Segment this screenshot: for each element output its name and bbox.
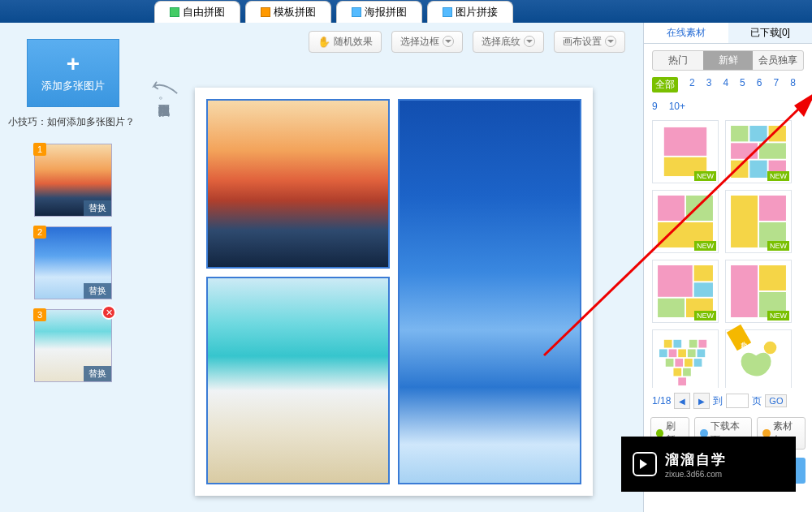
svg-rect-31 [669, 349, 677, 357]
filter-4[interactable]: 4 [723, 77, 728, 93]
go-button[interactable]: GO [765, 394, 787, 407]
svg-rect-8 [759, 143, 786, 158]
chevron-down-icon [524, 36, 535, 47]
random-label: 随机效果 [334, 35, 373, 49]
sub-tabs: 热门 新鲜 会员独享 [652, 50, 804, 71]
template-item[interactable]: NEW [725, 120, 792, 183]
new-badge: NEW [767, 171, 789, 181]
template-item[interactable]: NEW [652, 120, 719, 183]
page-unit-label: 页 [752, 394, 762, 408]
svg-rect-9 [731, 161, 748, 178]
svg-rect-18 [658, 265, 693, 297]
filter-6[interactable]: 6 [757, 77, 762, 93]
thumb-3[interactable]: 3 ✕ 替换 [34, 309, 112, 382]
svg-rect-6 [769, 126, 786, 141]
tab-template[interactable]: 模板拼图 [245, 1, 331, 23]
thumb-1[interactable]: 1 替换 [34, 144, 112, 217]
toolbar: ✋随机效果 选择边框 选择底纹 画布设置 [146, 23, 641, 52]
chevron-down-icon [605, 36, 616, 47]
free-icon [170, 7, 179, 17]
template-item[interactable]: NEW [652, 190, 719, 253]
new-badge: NEW [694, 171, 716, 181]
svg-rect-2 [664, 127, 706, 156]
filter-8[interactable]: 8 [790, 77, 796, 93]
canvas-area: ✋随机效果 选择边框 选择底纹 画布设置 图片可以直接拖到模板中哦。 [146, 23, 641, 512]
svg-rect-39 [673, 368, 681, 376]
drag-hint-text: 图片可以直接拖到模板中哦。 [153, 96, 171, 107]
collage-canvas[interactable] [206, 99, 581, 484]
delete-icon[interactable]: ✕ [102, 305, 116, 320]
texture-label: 选择底纹 [482, 35, 520, 49]
filter-10plus[interactable]: 10+ [669, 101, 685, 112]
svg-rect-15 [731, 196, 758, 247]
new-badge: NEW [694, 241, 716, 251]
svg-rect-33 [688, 349, 696, 357]
svg-rect-20 [694, 282, 713, 296]
tab-poster[interactable]: 海报拼图 [336, 1, 422, 23]
thumb-badge: 3 [33, 308, 46, 321]
template-item[interactable]: 会员 [725, 329, 792, 388]
template-item[interactable]: NEW [652, 260, 719, 323]
svg-rect-27 [673, 340, 681, 348]
svg-rect-24 [759, 265, 786, 290]
svg-rect-13 [686, 196, 713, 221]
top-tab-bar: 自由拼图 模板拼图 海报拼图 图片拼接 [0, 0, 812, 23]
svg-rect-34 [698, 349, 706, 357]
tab-downloaded[interactable]: 已下载[0] [728, 23, 813, 43]
border-dropdown[interactable]: 选择边框 [391, 31, 463, 53]
svg-rect-10 [749, 161, 767, 178]
subtab-new[interactable]: 新鲜 [703, 51, 754, 70]
prev-page-button[interactable]: ◀ [674, 393, 690, 409]
template-icon [261, 7, 270, 17]
thumb-badge: 2 [33, 226, 46, 239]
texture-dropdown[interactable]: 选择底纹 [473, 31, 544, 53]
subtab-member[interactable]: 会员独享 [753, 51, 803, 70]
svg-rect-35 [666, 359, 674, 367]
swap-button[interactable]: 替换 [84, 283, 111, 299]
watermark-name: 溜溜自学 [665, 450, 727, 469]
random-button[interactable]: ✋随机效果 [309, 31, 382, 53]
template-item[interactable]: NEW [725, 260, 792, 323]
add-images-button[interactable]: + 添加多张图片 [27, 39, 119, 107]
svg-rect-37 [685, 359, 693, 367]
play-icon [633, 452, 657, 476]
svg-point-42 [764, 342, 777, 355]
tab-free[interactable]: 自由拼图 [154, 1, 240, 23]
thumb-2[interactable]: 2 替换 [34, 226, 112, 299]
swap-button[interactable]: 替换 [84, 366, 111, 381]
page-input[interactable] [726, 394, 749, 408]
svg-rect-36 [675, 359, 683, 367]
canvas-label: 画布设置 [563, 35, 602, 49]
svg-rect-30 [659, 349, 667, 357]
svg-rect-5 [749, 126, 767, 141]
count-filter: 全部 2 3 4 5 6 7 8 9 10+ [644, 77, 812, 112]
slot-2[interactable] [398, 99, 581, 484]
swap-button[interactable]: 替换 [84, 200, 111, 216]
left-panel: + 添加多张图片 小技巧：如何添加多张图片？ 1 替换 2 替换 3 ✕ 替换 [0, 23, 146, 408]
filter-7[interactable]: 7 [773, 77, 779, 93]
tab-online[interactable]: 在线素材 [644, 23, 728, 43]
filter-2[interactable]: 2 [689, 77, 695, 93]
filter-5[interactable]: 5 [740, 77, 745, 93]
template-item[interactable]: NEW [725, 190, 792, 253]
svg-rect-7 [731, 143, 758, 158]
canvas-dropdown[interactable]: 画布设置 [554, 31, 625, 53]
tip-link[interactable]: 小技巧：如何添加多张图片？ [8, 115, 138, 129]
filter-3[interactable]: 3 [706, 77, 712, 93]
new-badge: NEW [767, 241, 789, 251]
tab-stitch[interactable]: 图片拼接 [427, 1, 513, 23]
slot-3[interactable] [206, 277, 390, 485]
filter-9[interactable]: 9 [652, 101, 658, 112]
svg-rect-29 [698, 340, 706, 348]
template-item[interactable] [652, 329, 719, 388]
random-icon: ✋ [317, 36, 330, 48]
next-page-button[interactable]: ▶ [693, 393, 710, 409]
tab-poster-label: 海报拼图 [365, 5, 407, 19]
watermark: 溜溜自学 zixue.3d66.com [621, 437, 796, 492]
new-badge: NEW [767, 311, 789, 321]
subtab-hot[interactable]: 热门 [653, 51, 703, 70]
tab-free-label: 自由拼图 [183, 5, 225, 19]
svg-rect-26 [664, 340, 672, 348]
filter-all[interactable]: 全部 [652, 77, 678, 93]
slot-1[interactable] [206, 99, 390, 269]
